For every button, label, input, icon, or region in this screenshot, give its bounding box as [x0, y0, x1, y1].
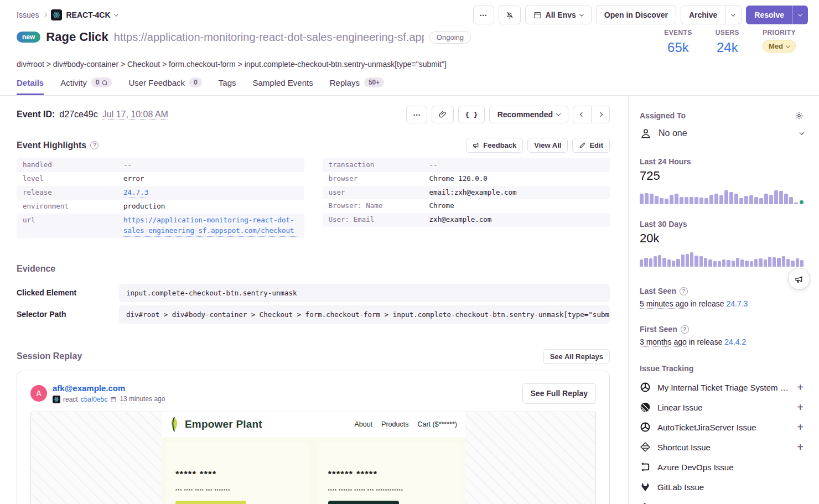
replay-time-ago[interactable]: 13 minutes ago [120, 395, 165, 403]
help-icon[interactable]: ? [681, 325, 689, 334]
event-id-value: d27ce49c [59, 110, 97, 119]
more-actions-button[interactable]: ⋯ [473, 6, 494, 24]
add-to-cart-button: Add to cart — $****** [328, 501, 399, 504]
users-label: USERS [716, 29, 739, 37]
issue-title: Rage Click [46, 30, 108, 44]
feedback-button[interactable]: Feedback [466, 138, 523, 153]
azure-devops-icon [640, 461, 651, 472]
first-seen-ago[interactable]: 3 months ago [640, 337, 687, 347]
issue-tracking-row[interactable]: Linear Issue + [640, 397, 804, 417]
resolve-button[interactable]: Resolve [746, 6, 792, 24]
issue-tracking-row[interactable]: My Internal Ticket Triage System Issue + [640, 377, 804, 397]
replay-user-link[interactable]: afk@example.com [53, 383, 125, 393]
last-30d-count: 20k [640, 231, 804, 246]
issue-stats: EVENTS 65k USERS 24k PRIORITY Med [664, 29, 802, 55]
archive-button[interactable]: Archive [681, 6, 725, 24]
issue-tracking-row[interactable]: Jira Issue [640, 497, 804, 504]
evidence-title: Evidence [17, 264, 610, 274]
tab-sampled-events[interactable]: Sampled Events [253, 77, 313, 95]
issue-tracking-title: Issue Tracking [640, 364, 804, 373]
highlight-row: environmentproduction [17, 200, 304, 214]
edit-highlights-button[interactable]: Edit [572, 138, 610, 153]
assignee-selector[interactable]: No one [640, 127, 804, 139]
chevron-down-icon [800, 130, 804, 134]
person-icon [640, 127, 652, 139]
tab-user-feedback[interactable]: User Feedback0 [128, 77, 201, 95]
help-icon[interactable]: ? [90, 141, 99, 149]
pencil-icon [579, 142, 586, 149]
add-issue-button[interactable]: + [797, 402, 804, 413]
highlight-row: handled-- [17, 158, 304, 172]
see-all-replays-button[interactable]: See All Replays [543, 349, 610, 364]
issue-tracking-row[interactable]: GitLab Issue [640, 477, 804, 497]
react-project-icon [51, 9, 62, 20]
last-30d-title: Last 30 Days [640, 220, 804, 228]
archive-dropdown-button[interactable] [725, 6, 742, 24]
highlight-row: Browser: NameChrome [323, 199, 610, 213]
gear-icon[interactable] [795, 111, 804, 120]
add-issue-button[interactable]: + [797, 422, 804, 433]
event-id: Event ID: d27ce49c Jul 17, 10:08 AM [17, 110, 168, 120]
last-seen-ago[interactable]: 5 minutes ago [640, 299, 688, 309]
clicked-element-value: input.complete-checkout-btn.sentry-unmas… [119, 284, 610, 302]
issue-sidebar: Assigned To No one Last 24 Hours 725 Las… [628, 96, 819, 504]
first-seen-release-link[interactable]: 24.4.2 [724, 337, 746, 346]
users-count[interactable]: 24k [716, 40, 739, 55]
replay-id-link[interactable]: c5af0e5c [81, 396, 108, 403]
event-timestamp[interactable]: Jul 17, 10:08 AM [102, 110, 168, 120]
issue-subtitle-url: https://application-monitoring-react-dot… [114, 31, 424, 44]
jira-icon [640, 502, 650, 504]
issue-header: new Rage Click https://application-monit… [0, 23, 819, 55]
nav-cart: Cart ($******) [417, 420, 457, 428]
highlight-row: User: Emailzxh@example.com [323, 213, 610, 227]
view-json-button[interactable]: { } [458, 106, 484, 123]
highlight-row: urlhttps://application-monitoring-react-… [17, 214, 304, 238]
add-issue-button[interactable]: + [797, 382, 804, 393]
release-link[interactable]: 24.7.3 [123, 188, 148, 199]
issue-tracking-row[interactable]: Azure DevOps Issue [640, 457, 804, 477]
copy-link-button[interactable] [432, 106, 454, 123]
last-24h-chart[interactable] [640, 188, 804, 204]
see-full-replay-button[interactable]: See Full Replay [522, 383, 596, 404]
url-link[interactable]: https://application-monitoring-react-dot… [123, 215, 298, 237]
environment-selector-button[interactable]: All Envs [525, 6, 592, 24]
main-content: Event ID: d27ce49c Jul 17, 10:08 AM ⋯ { … [0, 96, 628, 504]
resolve-dropdown-button[interactable] [792, 6, 808, 24]
view-all-button[interactable]: View All [527, 138, 568, 153]
chevron-right-icon [598, 112, 603, 117]
last-seen-release-link[interactable]: 24.7.3 [726, 299, 748, 308]
replay-preview[interactable]: Empower Plant About Products Cart ($****… [30, 412, 596, 504]
add-issue-button[interactable]: + [797, 441, 804, 453]
chevron-left-icon [580, 112, 584, 117]
priority-selector[interactable]: Med [763, 40, 796, 53]
events-count[interactable]: 65k [664, 40, 692, 55]
project-selector[interactable]: REACT-4CK [51, 9, 117, 20]
tab-details[interactable]: Details [17, 77, 44, 95]
breadcrumb-issues-link[interactable]: Issues [17, 11, 39, 19]
replayed-app: Empower Plant About Products Cart ($****… [162, 412, 465, 504]
open-in-discover-button[interactable]: Open in Discover [596, 6, 676, 24]
calendar-icon [110, 396, 117, 403]
tab-activity[interactable]: Activity 0 [60, 77, 112, 95]
resolve-split-button: Resolve [746, 6, 808, 24]
event-more-button[interactable]: ⋯ [406, 106, 427, 123]
events-label: EVENTS [664, 29, 692, 37]
tab-tags[interactable]: Tags [219, 77, 236, 95]
next-event-button[interactable] [592, 106, 610, 123]
nav-about: About [354, 420, 372, 428]
evidence-row: Selector Path div#root > div#body-contai… [17, 305, 610, 324]
highlight-row: useremail:zxh@example.com [323, 186, 610, 200]
mute-notifications-button[interactable] [499, 6, 521, 24]
product-card: ****** ***** **** ****** ***** *** *****… [318, 443, 462, 504]
curly-braces-icon: { } [465, 111, 478, 119]
last-30d-chart[interactable] [640, 250, 804, 267]
event-selector-dropdown[interactable]: Recommended [489, 106, 568, 123]
previous-event-button[interactable] [573, 106, 592, 123]
issue-tracking-row[interactable]: AutoTicketJiraServer Issue + [640, 417, 804, 437]
feedback-fab-button[interactable] [788, 268, 810, 290]
help-icon[interactable]: ? [680, 287, 688, 295]
highlight-row: release24.7.3 [17, 186, 304, 200]
tab-replays[interactable]: Replays50+ [330, 77, 385, 95]
status-badge: Ongoing [429, 31, 471, 44]
issue-tracking-row[interactable]: Shortcut Issue + [640, 437, 804, 457]
